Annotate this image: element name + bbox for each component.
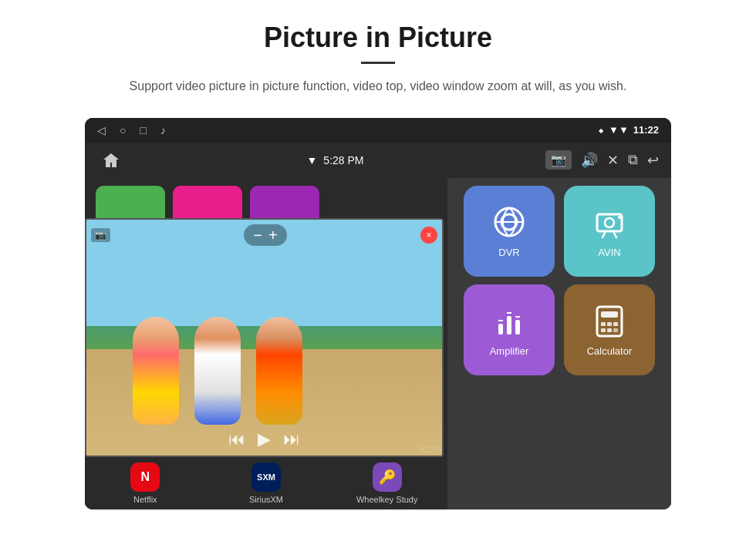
pip-camera-small-icon: 📷 (91, 228, 110, 242)
pip-controls: 📷 − + × (91, 224, 437, 246)
page-title: Picture in Picture (46, 22, 710, 54)
page-header: Picture in Picture Support video picture… (0, 0, 756, 110)
avin-tile[interactable]: AVIN (564, 186, 655, 277)
pip-container[interactable]: 📷 − + × ⏮ ▶ ⏭ (85, 218, 444, 457)
svg-rect-19 (601, 328, 606, 332)
pip-plus-button[interactable]: + (268, 227, 278, 243)
home-nav-icon[interactable]: ○ (120, 124, 126, 136)
main-content: 📷 − + × ⏮ ▶ ⏭ (85, 178, 671, 509)
app-bar-center: ▼ 5:28 PM (307, 154, 364, 166)
back-nav-icon[interactable]: ◁ (97, 124, 106, 136)
signal-icon: ▼▼ (609, 124, 629, 136)
dvr-icon (491, 203, 528, 240)
pip-minus-button[interactable]: − (253, 227, 262, 243)
netflix-label: Netflix (133, 495, 157, 504)
svg-point-4 (605, 218, 614, 227)
dvr-tile[interactable]: DVR (464, 186, 555, 277)
close-icon[interactable]: ✕ (607, 152, 619, 169)
svg-rect-9 (507, 316, 511, 335)
pip-resize-controls: − + (244, 224, 286, 246)
avin-label: AVIN (598, 247, 620, 258)
pip-play-button[interactable]: ▶ (258, 429, 271, 449)
amplifier-label: Amplifier (490, 345, 529, 357)
svg-rect-18 (613, 322, 618, 326)
back-icon[interactable]: ↩ (647, 152, 659, 169)
svg-rect-15 (601, 311, 618, 318)
watermark: VCZ99 (417, 446, 441, 454)
person2 (194, 317, 241, 425)
status-bar: ◁ ○ □ ♪ ⬥ ▼▼ 11:22 (85, 118, 671, 143)
app-bar: ▼ 5:28 PM 📷 🔊 ✕ ⧉ ↩ (85, 143, 671, 178)
app-labels-row: N Netflix SXM SiriusXM 🔑 Wheelkey Study (85, 457, 447, 509)
calculator-label: Calculator (587, 345, 633, 357)
pip-playback: ⏮ ▶ ⏭ (228, 429, 300, 449)
volume-icon[interactable]: 🔊 (581, 152, 598, 169)
pip-close-button[interactable]: × (420, 227, 437, 244)
netflix-label-item[interactable]: N Netflix (85, 457, 206, 509)
home-icon (101, 150, 121, 170)
svg-point-7 (618, 216, 621, 219)
svg-rect-17 (607, 322, 612, 326)
amplifier-tile[interactable]: Amplifier (464, 284, 555, 375)
svg-line-5 (602, 233, 605, 237)
status-bar-left: ◁ ○ □ ♪ (97, 124, 166, 136)
app-time: 5:28 PM (323, 154, 363, 166)
wheelkey-label: Wheelkey Study (356, 495, 417, 504)
page-subtitle: Support video picture in picture functio… (100, 76, 656, 96)
avin-icon (591, 203, 628, 240)
right-section: DVR AVIN (447, 178, 671, 509)
status-time: 11:22 (633, 124, 659, 136)
pip-close-icon: × (426, 230, 431, 240)
camera-button[interactable]: 📷 (545, 150, 572, 170)
app-grid-row-2: Amplifier Calculator (458, 284, 660, 375)
status-bar-right: ⬥ ▼▼ 11:22 (598, 124, 659, 136)
svg-rect-20 (607, 328, 612, 332)
recents-nav-icon[interactable]: □ (140, 124, 146, 136)
app-bar-left (97, 146, 125, 174)
person3 (256, 317, 302, 425)
siriusxm-icon: SXM (251, 462, 281, 492)
person1 (133, 317, 179, 425)
location-icon: ⬥ (598, 124, 604, 136)
wheelkey-icon: 🔑 (373, 462, 402, 492)
svg-line-6 (614, 233, 616, 237)
svg-rect-21 (613, 328, 618, 332)
dvr-label: DVR (498, 247, 519, 258)
home-button[interactable] (97, 146, 125, 174)
pip-window-icon[interactable]: ⧉ (628, 152, 638, 168)
svg-rect-16 (601, 322, 606, 326)
pip-scene: 📷 − + × ⏮ ▶ ⏭ (86, 220, 442, 456)
amplifier-icon (491, 302, 528, 339)
pip-prev-button[interactable]: ⏮ (228, 429, 245, 449)
svg-rect-8 (498, 324, 503, 335)
siriusxm-label: SiriusXM (249, 495, 283, 504)
calculator-tile[interactable]: Calculator (564, 284, 655, 375)
siriusxm-label-item[interactable]: SXM SiriusXM (206, 457, 327, 509)
camera-icon: 📷 (551, 153, 566, 167)
svg-rect-10 (515, 320, 520, 335)
left-section: 📷 − + × ⏮ ▶ ⏭ (85, 178, 447, 509)
app-grid-row-1: DVR AVIN (458, 186, 660, 277)
wifi-status-icon: ▼ (307, 154, 318, 166)
wheelkey-label-item[interactable]: 🔑 Wheelkey Study (326, 457, 447, 509)
title-divider (361, 62, 395, 64)
app-bar-right: 📷 🔊 ✕ ⧉ ↩ (545, 150, 659, 170)
device-frame: ◁ ○ □ ♪ ⬥ ▼▼ 11:22 ▼ 5:28 PM 📷 (85, 118, 671, 509)
pip-next-button[interactable]: ⏭ (283, 429, 300, 449)
music-nav-icon: ♪ (160, 124, 166, 136)
netflix-icon: N (130, 462, 160, 492)
pip-people (133, 317, 302, 425)
calculator-icon (591, 302, 628, 339)
